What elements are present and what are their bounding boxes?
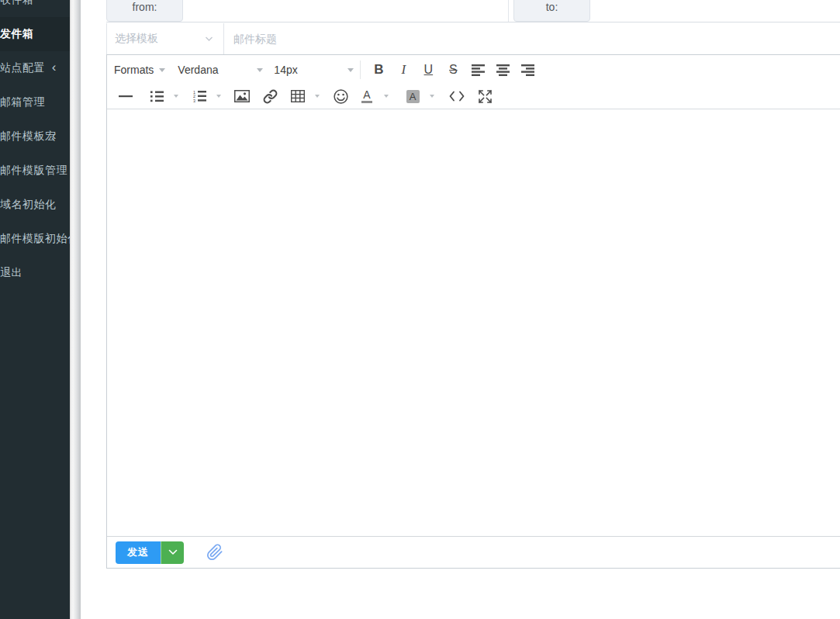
italic-icon: I — [402, 62, 406, 78]
sidebar-nav: 收件箱 发件箱 站点配置 ‹ 邮箱管理 邮件模板宏 ‹ 邮件模版管理 — [0, 0, 70, 619]
template-subject-row: 选择模板 — [106, 23, 840, 54]
sidebar-scrollbar[interactable] — [70, 0, 81, 619]
from-input[interactable] — [184, 0, 509, 22]
editor-content-area[interactable] — [107, 109, 840, 536]
chevron-down-icon — [159, 68, 165, 72]
editor-toolbar-row-2: 123 — [114, 83, 834, 109]
formats-dropdown[interactable]: Formats — [114, 64, 165, 76]
sidebar-item-outbox[interactable]: 发件箱 — [0, 17, 70, 51]
chevron-down-icon[interactable] — [315, 95, 320, 98]
background-color-button[interactable]: A — [401, 85, 424, 107]
horizontal-rule-icon — [119, 95, 133, 98]
sidebar-item-label: 邮件模版管理 — [0, 164, 67, 178]
toolbar-group-divider — [360, 61, 361, 79]
image-icon — [234, 90, 250, 102]
sidebar-item-inbox[interactable]: 收件箱 — [0, 0, 70, 17]
underline-icon: U — [424, 63, 434, 77]
align-left-button[interactable] — [466, 59, 489, 81]
smiley-icon — [334, 89, 348, 104]
bullet-list-icon — [150, 91, 164, 102]
font-family-dropdown[interactable]: Verdana — [178, 64, 263, 76]
emoticons-button[interactable] — [329, 85, 352, 107]
bold-icon: B — [374, 62, 383, 78]
sidebar-item-label: 收件箱 — [0, 0, 34, 7]
insert-image-button[interactable] — [230, 85, 254, 107]
align-right-button[interactable] — [516, 59, 539, 81]
underline-button[interactable]: U — [417, 59, 440, 81]
send-button[interactable]: 发送 — [116, 541, 161, 564]
chevron-down-icon — [204, 34, 214, 44]
source-code-button[interactable] — [445, 85, 468, 107]
sidebar-menu: 收件箱 发件箱 站点配置 ‹ 邮箱管理 邮件模板宏 ‹ 邮件模版管理 — [0, 0, 70, 290]
align-center-icon — [496, 64, 510, 76]
to-label: to: — [513, 0, 590, 22]
font-size-dropdown[interactable]: 14px — [274, 64, 354, 76]
italic-button[interactable]: I — [392, 59, 415, 81]
sidebar-item-label: 域名初始化 — [0, 198, 57, 212]
template-select-placeholder: 选择模板 — [115, 32, 158, 46]
svg-text:3: 3 — [193, 99, 195, 102]
collapse-arrow-icon: ‹ — [52, 60, 57, 75]
sidebar-item-label: 退出 — [0, 266, 22, 280]
editor-footer: 发送 — [107, 536, 840, 568]
chevron-down-icon[interactable] — [430, 95, 434, 98]
send-button-group: 发送 — [116, 541, 184, 564]
strikethrough-icon: S — [449, 63, 458, 77]
strikethrough-button[interactable]: S — [441, 59, 465, 81]
code-icon — [449, 91, 465, 102]
chevron-down-icon[interactable] — [216, 95, 221, 98]
chevron-down-icon[interactable] — [174, 95, 178, 98]
sidebar-item-label: 发件箱 — [0, 27, 34, 41]
sidebar-item-label: 邮件模板宏 — [0, 130, 57, 144]
background-color-icon: A — [406, 90, 420, 103]
fullscreen-icon — [478, 89, 493, 104]
from-label: from: — [106, 0, 183, 22]
collapse-arrow-icon: ‹ — [52, 128, 57, 144]
fullscreen-button[interactable] — [473, 85, 496, 107]
send-options-dropdown-button[interactable] — [161, 541, 184, 564]
rich-text-editor: Formats Verdana 14px B I — [106, 54, 840, 569]
table-icon — [291, 90, 305, 102]
paperclip-icon — [206, 543, 223, 562]
sidebar-item-label: 邮箱管理 — [0, 95, 45, 109]
text-color-icon: A — [361, 89, 372, 103]
sidebar-item-template-management[interactable]: 邮件模版管理 — [0, 154, 70, 188]
insert-table-button[interactable] — [286, 85, 309, 107]
align-left-icon — [472, 64, 485, 76]
sidebar-item-mailbox-management[interactable]: 邮箱管理 — [0, 85, 70, 119]
sidebar-item-template-init[interactable]: 邮件模版初始化 — [0, 222, 70, 256]
chevron-down-icon — [257, 68, 263, 72]
chevron-down-icon — [347, 68, 354, 72]
align-right-icon — [521, 64, 534, 76]
editor-toolbar-row-1: Formats Verdana 14px B I — [114, 57, 834, 83]
chevron-down-icon — [168, 549, 178, 555]
numbered-list-button[interactable]: 123 — [188, 85, 211, 107]
insert-link-button[interactable] — [258, 85, 282, 107]
subject-input[interactable] — [224, 23, 840, 54]
sidebar-item-site-config[interactable]: 站点配置 ‹ — [0, 51, 70, 85]
sidebar-item-template-macro[interactable]: 邮件模板宏 ‹ — [0, 119, 70, 154]
sidebar-item-label: 站点配置 — [0, 61, 45, 75]
sidebar-item-domain-init[interactable]: 域名初始化 — [0, 188, 70, 222]
chevron-down-icon[interactable] — [384, 95, 389, 98]
align-center-button[interactable] — [491, 59, 514, 81]
editor-toolbar: Formats Verdana 14px B I — [107, 55, 840, 109]
horizontal-rule-button[interactable] — [114, 85, 137, 107]
bold-button[interactable]: B — [367, 59, 390, 81]
numbered-list-icon: 123 — [193, 90, 206, 102]
template-select[interactable]: 选择模板 — [107, 23, 224, 54]
mail-compose-page: 收件箱 发件箱 站点配置 ‹ 邮箱管理 邮件模板宏 ‹ 邮件模版管理 — [0, 0, 840, 619]
sidebar-item-logout[interactable]: 退出 — [0, 256, 70, 290]
fromto-row: from: to: — [106, 0, 840, 22]
link-icon — [263, 89, 278, 104]
bullet-list-button[interactable] — [145, 85, 168, 107]
to-input[interactable] — [591, 0, 840, 22]
attachment-button[interactable] — [206, 543, 223, 562]
sidebar-item-label: 邮件模版初始化 — [0, 232, 70, 246]
text-color-button[interactable]: A — [355, 85, 379, 107]
